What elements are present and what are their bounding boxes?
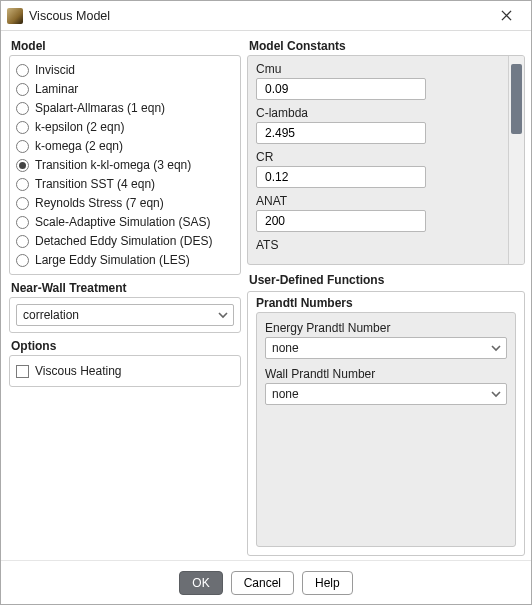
energy-prandtl-dropdown[interactable]: none — [265, 337, 507, 359]
model-radio-label: Inviscid — [35, 63, 75, 77]
model-radio-label: Transition k-kl-omega (3 eqn) — [35, 158, 191, 172]
radio-icon — [16, 64, 29, 77]
model-radio-item[interactable]: Reynolds Stress (7 eqn) — [16, 195, 234, 211]
model-radio-item[interactable]: Inviscid — [16, 62, 234, 78]
constant-input-wrap — [256, 210, 426, 232]
model-radio-label: Detached Eddy Simulation (DES) — [35, 234, 212, 248]
constants-panel: CmuC-lambdaCRANATATS — [247, 55, 525, 265]
viscous-heating-label: Viscous Heating — [35, 364, 122, 378]
model-radio-label: k-epsilon (2 eqn) — [35, 120, 124, 134]
near-wall-dropdown[interactable]: correlation — [16, 304, 234, 326]
model-radio-item[interactable]: Detached Eddy Simulation (DES) — [16, 233, 234, 249]
options-panel: Viscous Heating — [9, 355, 241, 387]
radio-icon — [16, 102, 29, 115]
dialog-footer: OK Cancel Help — [1, 560, 531, 604]
chevron-down-icon — [490, 388, 502, 400]
model-panel: InviscidLaminarSpalart-Allmaras (1 eqn)k… — [9, 55, 241, 275]
constant-label: C-lambda — [256, 106, 502, 120]
wall-prandtl-dropdown[interactable]: none — [265, 383, 507, 405]
near-wall-panel: correlation — [9, 297, 241, 333]
model-radio-label: Scale-Adaptive Simulation (SAS) — [35, 215, 210, 229]
constants-scrollbar[interactable] — [508, 56, 524, 264]
radio-icon — [16, 140, 29, 153]
constant-label: Cmu — [256, 62, 502, 76]
constant-input[interactable] — [263, 125, 419, 141]
wall-prandtl-label: Wall Prandtl Number — [265, 367, 507, 381]
energy-prandtl-label: Energy Prandtl Number — [265, 321, 507, 335]
wall-prandtl-value: none — [272, 387, 299, 401]
constants-scroll-area: CmuC-lambdaCRANATATS — [248, 56, 508, 264]
scrollbar-thumb[interactable] — [511, 64, 522, 134]
radio-icon — [16, 121, 29, 134]
model-radio-label: k-omega (2 eqn) — [35, 139, 123, 153]
model-section-title: Model — [11, 39, 241, 53]
radio-icon — [16, 254, 29, 267]
dialog-content: Model InviscidLaminarSpalart-Allmaras (1… — [1, 31, 531, 560]
model-radio-item[interactable]: k-omega (2 eqn) — [16, 138, 234, 154]
help-button[interactable]: Help — [302, 571, 353, 595]
constant-label: ATS — [256, 238, 502, 252]
chevron-down-icon — [490, 342, 502, 354]
constant-input[interactable] — [263, 213, 419, 229]
close-button[interactable] — [489, 5, 523, 27]
prandtl-sub-title: Prandtl Numbers — [256, 296, 516, 310]
left-column: Model InviscidLaminarSpalart-Allmaras (1… — [9, 35, 241, 556]
prandtl-body: Energy Prandtl Number none Wall Prandtl … — [256, 312, 516, 547]
right-column: Model Constants CmuC-lambdaCRANATATS Use… — [247, 35, 525, 556]
titlebar: Viscous Model — [1, 1, 531, 31]
chevron-down-icon — [217, 309, 229, 321]
model-radio-item[interactable]: k-epsilon (2 eqn) — [16, 119, 234, 135]
close-icon — [501, 10, 512, 21]
model-radio-item[interactable]: Scale-Adaptive Simulation (SAS) — [16, 214, 234, 230]
constant-input[interactable] — [263, 81, 419, 97]
model-radio-list: InviscidLaminarSpalart-Allmaras (1 eqn)k… — [16, 62, 234, 268]
model-radio-item[interactable]: Transition k-kl-omega (3 eqn) — [16, 157, 234, 173]
near-wall-value: correlation — [23, 308, 79, 322]
energy-prandtl-value: none — [272, 341, 299, 355]
constant-input[interactable] — [263, 169, 419, 185]
model-radio-label: Spalart-Allmaras (1 eqn) — [35, 101, 165, 115]
constant-label: CR — [256, 150, 502, 164]
checkbox-icon — [16, 365, 29, 378]
model-radio-item[interactable]: Transition SST (4 eqn) — [16, 176, 234, 192]
constant-input-wrap — [256, 122, 426, 144]
near-wall-section-title: Near-Wall Treatment — [11, 281, 241, 295]
window-title: Viscous Model — [29, 9, 110, 23]
radio-icon — [16, 197, 29, 210]
ok-button[interactable]: OK — [179, 571, 222, 595]
udf-panel: Prandtl Numbers Energy Prandtl Number no… — [247, 291, 525, 556]
model-radio-label: Reynolds Stress (7 eqn) — [35, 196, 164, 210]
model-radio-item[interactable]: Laminar — [16, 81, 234, 97]
constants-section-title: Model Constants — [249, 39, 525, 53]
options-section-title: Options — [11, 339, 241, 353]
udf-section-title: User-Defined Functions — [249, 273, 525, 287]
constant-input-wrap — [256, 78, 426, 100]
radio-icon — [16, 83, 29, 96]
app-icon — [7, 8, 23, 24]
constant-input-wrap — [256, 166, 426, 188]
radio-icon — [16, 178, 29, 191]
radio-icon — [16, 159, 29, 172]
radio-icon — [16, 216, 29, 229]
model-radio-item[interactable]: Large Eddy Simulation (LES) — [16, 252, 234, 268]
model-radio-item[interactable]: Spalart-Allmaras (1 eqn) — [16, 100, 234, 116]
cancel-button[interactable]: Cancel — [231, 571, 294, 595]
model-radio-label: Large Eddy Simulation (LES) — [35, 253, 190, 267]
radio-icon — [16, 235, 29, 248]
viscous-heating-checkbox[interactable]: Viscous Heating — [16, 362, 234, 380]
constant-label: ANAT — [256, 194, 502, 208]
model-radio-label: Laminar — [35, 82, 78, 96]
model-radio-label: Transition SST (4 eqn) — [35, 177, 155, 191]
